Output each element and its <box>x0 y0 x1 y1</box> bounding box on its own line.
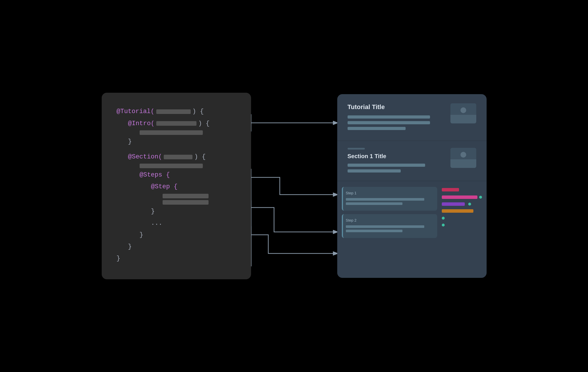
code-line-step-close: } <box>151 206 236 216</box>
intro-bar-2 <box>348 121 430 124</box>
annotation-dot-row-1 <box>442 217 482 220</box>
code-line-intro-close: } <box>128 137 236 147</box>
brace-section: ) { <box>194 152 206 162</box>
placeholder-intro <box>156 121 196 126</box>
brace-tutorial-close: } <box>117 253 120 264</box>
step-card-1: Step 1 <box>342 187 437 211</box>
placeholder-step-content2 <box>163 200 209 205</box>
annotation-dot-2 <box>479 196 482 199</box>
step2-bar-1 <box>346 225 425 228</box>
keyword-tutorial: @Tutorial( <box>117 106 155 117</box>
code-line-step-content1 <box>163 194 236 198</box>
annotation-bar-2 <box>442 195 477 199</box>
code-line-tutorial-close: } <box>117 253 236 264</box>
preview-intro-section: Tutorial Title <box>337 94 487 141</box>
placeholder-section <box>164 155 192 159</box>
annotation-row-3 <box>442 202 482 206</box>
annotation-bar-3 <box>442 202 465 206</box>
intro-bar-1 <box>348 115 430 119</box>
brace-step-close: } <box>151 206 155 216</box>
placeholder-tutorial <box>156 109 191 114</box>
section1-bar-1 <box>348 164 425 167</box>
code-line-steps-close: } <box>140 230 236 240</box>
brace-steps-close: } <box>140 230 143 240</box>
placeholder-intro-content <box>140 130 203 135</box>
ellipsis: ... <box>151 218 163 228</box>
tutorial-title: Tutorial Title <box>348 103 445 111</box>
code-line-intro: @Intro( ) { <box>128 119 236 129</box>
brace-intro-close: } <box>128 137 132 147</box>
code-line-section-content <box>140 164 236 168</box>
keyword-section: @Section( <box>128 152 162 162</box>
brace-intro: ) { <box>198 119 210 129</box>
code-line-intro-content <box>140 130 236 135</box>
code-line-tutorial: @Tutorial( ) { <box>117 106 236 117</box>
brace-section-close: } <box>128 242 132 252</box>
step2-bar-2 <box>346 230 403 232</box>
annotation-dot-row-2 <box>442 224 482 226</box>
placeholder-step-content1 <box>163 194 209 198</box>
annotation-bar-4 <box>442 209 473 213</box>
section1-bar-top <box>348 148 365 150</box>
preview-panel: Tutorial Title Section 1 Title Step <box>337 94 487 278</box>
step1-bar-1 <box>346 198 425 201</box>
connector-arrows <box>251 94 337 278</box>
annotation-bars <box>442 187 482 272</box>
keyword-intro: @Intro( <box>128 119 155 129</box>
annotation-dot-5 <box>442 217 445 220</box>
step1-bar-2 <box>346 202 403 205</box>
intro-image <box>450 103 476 123</box>
annotation-dot-3 <box>468 203 471 206</box>
preview-section1: Section 1 Title <box>337 141 487 181</box>
code-line-section-close: } <box>128 242 236 252</box>
keyword-step: @Step { <box>151 182 178 192</box>
annotation-dot-6 <box>442 224 445 226</box>
annotation-row-2 <box>442 195 482 199</box>
code-line-steps: @Steps { <box>140 170 236 180</box>
annotation-bar-1 <box>442 188 459 191</box>
step2-label: Step 2 <box>346 218 433 222</box>
keyword-steps: @Steps { <box>140 170 170 180</box>
section1-bar-2 <box>348 169 401 173</box>
section1-title: Section 1 Title <box>348 153 445 160</box>
section1-image <box>450 148 476 168</box>
code-panel: @Tutorial( ) { @Intro( ) { } @Section( )… <box>102 93 251 279</box>
preview-steps-area: Step 1 Step 2 <box>337 181 487 278</box>
code-line-step: @Step { <box>151 182 236 192</box>
placeholder-section-content <box>140 164 203 168</box>
code-line-section: @Section( ) { <box>128 152 236 162</box>
step-card-2: Step 2 <box>342 214 437 238</box>
preview-intro-content: Tutorial Title <box>348 103 445 133</box>
code-line-step-content2 <box>163 200 236 205</box>
section1-content: Section 1 Title <box>348 148 445 175</box>
code-line-ellipsis: ... <box>151 218 236 228</box>
main-container: @Tutorial( ) { @Intro( ) { } @Section( )… <box>0 0 588 372</box>
steps-list: Step 1 Step 2 <box>342 187 437 272</box>
brace-tutorial: ) { <box>192 106 204 117</box>
step1-label: Step 1 <box>346 191 433 195</box>
intro-bar-3 <box>348 127 406 130</box>
